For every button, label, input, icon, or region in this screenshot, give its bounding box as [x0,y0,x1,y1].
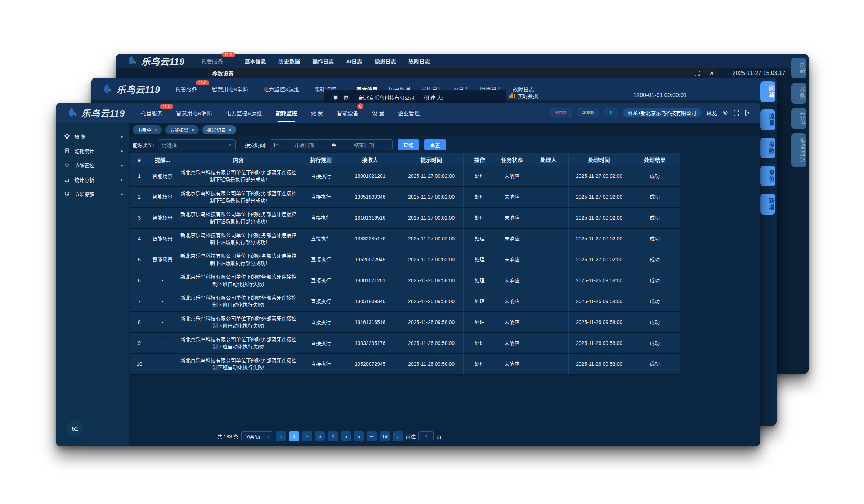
handle-link[interactable]: 处理 [464,208,496,228]
middle-nav-power-monitor[interactable]: 电力监控&运维 [263,85,299,93]
sidebar-item-energy-reminder[interactable]: 节能提醒▸ [56,187,129,201]
nav-settings[interactable]: 设 置 [372,103,384,123]
push-records-table: #提醒...内容执行规则接收人提示时间操作任务状态处理人处理时间处理结果 1智能… [130,153,680,375]
table-row: 7-新北京乐鸟科技有限公司单位下的财务部蓝牙连接控制下班自动化执行失败!直接执行… [130,291,680,312]
fullscreen-icon[interactable] [733,110,739,116]
tab-electric-bill[interactable]: 电费单× [133,125,162,134]
username: 林龙 [706,109,717,117]
back-tabs: 基本信息 历史数据 操作日志 AI日志 隐患日志 故障日志 [245,57,430,65]
nav-energy-monitor[interactable]: 能耗监控 [276,103,297,123]
middle-tab-faultlog[interactable]: 故障日志 [512,85,534,93]
tab-push-records[interactable]: 推送记录× [202,125,236,134]
table-row: 3智能场景新北京乐鸟科技有限公司单位下的财务部蓝牙连接控制下班场景执行部分成功!… [130,208,680,229]
close-icon[interactable]: × [192,127,194,132]
nav-power-monitor-ops[interactable]: 电力监控&运维 [226,103,262,123]
table-row: 5智能场景新北京乐鸟科技有限公司单位下的财务部蓝牙连接控制下班场景执行部分成功!… [130,249,680,270]
date-range-picker[interactable]: 开始日期 至 结束日期 [270,139,393,150]
chevron-right-icon: ▸ [121,134,123,139]
gear-icon[interactable] [722,110,728,116]
reset-button[interactable]: 重置 [424,139,446,150]
add-button[interactable]: 新增 [760,194,775,215]
back-nav-item-hosting[interactable]: 托管服务 11-0 [201,57,223,65]
unit-label: 单 位: [333,94,350,101]
reset-button[interactable]: 复位 [791,108,806,129]
back-tab-oplog[interactable]: 操作日志 [312,57,334,65]
refresh-button[interactable]: 刷新 [791,58,806,78]
close-icon[interactable]: ✕ [709,70,714,76]
handle-link[interactable]: 处理 [464,229,496,249]
handle-link[interactable]: 处理 [464,312,496,332]
calendar-icon [274,142,280,148]
sidebar-item-overview[interactable]: 概 览▸ [56,129,129,144]
company-selector[interactable]: 林龙>新北京乐鸟科技有限公司 [623,108,701,117]
warning-total-pill[interactable]: 4080 [577,108,599,117]
table-row: 6-新北京乐鸟科技有限公司单位下的财务部蓝牙连接控制下班自动化执行失败!直接执行… [130,270,680,291]
nav-payment[interactable]: 缴 费 [311,103,323,123]
refresh-button[interactable]: 刷新 [760,81,775,102]
nav-smart-devices[interactable]: 智能设备 6 [337,103,358,123]
alarm-count-badge: 11-0 [160,104,173,109]
chevron-down-icon: ∨ [267,434,270,439]
query-button[interactable]: 查询 [398,139,419,150]
end-date-placeholder: 结束日期 [340,141,389,148]
back-tab-ailog[interactable]: AI日志 [346,57,362,65]
main-content: 电费单× 节能报警× 推送记录× 能源类型: 请选择 ∨ 接受时间: 开始日期 … [129,123,760,446]
alarm-total-pill[interactable]: 5732 [550,108,572,117]
sidebar-item-stat-analysis[interactable]: 统计分析▸ [56,172,129,187]
logout-icon[interactable] [744,110,751,116]
back-tab-faultlog[interactable]: 故障日志 [408,57,430,65]
page-button-5[interactable]: 5 [341,431,351,441]
pagination: 共 188 条 10条/页 ∨ ‹ 1 2 3 4 5 6 ••• 19 › 前… [217,431,442,441]
prev-page-button[interactable]: ‹ [276,431,286,441]
page-size-select[interactable]: 10条/页 ∨ [241,431,273,441]
sidebar: 概 览▸ 能耗统计▸ 节能管控▸ 统计分析▸ 节能提醒▸ 52 [56,123,129,446]
front-window: 乐鸟云119 托管服务 11-0 智慧用电&消防 电力监控&运维 能耗监控 缴 … [56,103,760,446]
filter-bar: 能源类型: 请选择 ∨ 接受时间: 开始日期 至 结束日期 查询 重置 [129,136,760,153]
handle-link[interactable]: 处理 [464,291,496,311]
info-total-pill[interactable]: 1 [604,108,618,117]
back-tab-hazardlog[interactable]: 隐患日志 [375,57,396,65]
flow-button[interactable]: 流量 [760,109,775,130]
back-tab-history[interactable]: 历史数据 [278,57,300,65]
page-button-19[interactable]: 19 [380,431,390,441]
close-icon[interactable]: × [154,127,157,132]
realtime-data: 实时数据 [509,92,538,99]
page-button-6[interactable]: 6 [354,431,364,441]
handle-link[interactable]: 处理 [464,166,496,186]
params-button[interactable]: 参数 [791,83,806,104]
back-tab-basic[interactable]: 基本信息 [245,57,266,65]
alarm-count-badge: 11-0 [196,80,209,85]
params-button[interactable]: 参数 [760,138,775,158]
close-icon[interactable]: × [229,127,232,132]
tab-energy-alarm[interactable]: 节能报警× [165,125,199,134]
energy-type-select[interactable]: 请选择 ∨ [158,139,236,150]
handle-link[interactable]: 处理 [464,187,496,207]
sidebar-item-energy-stats[interactable]: 能耗统计▸ [56,144,129,158]
page-button-4[interactable]: 4 [328,431,338,441]
counter-bubble[interactable]: 52 [67,420,83,436]
handle-link[interactable]: 处理 [464,270,496,291]
handle-link[interactable]: 处理 [464,333,496,353]
handle-link[interactable]: 处理 [464,354,496,374]
middle-nav-electric-fire[interactable]: 智慧用电&消防 [212,85,248,93]
page-button-2[interactable]: 2 [302,431,312,441]
nav-smart-electric-fire[interactable]: 智慧用电&消防 [176,103,212,123]
brand-title: 乐鸟云119 [117,82,160,95]
nav-hosting-service[interactable]: 托管服务 11-0 [141,103,162,123]
fullscreen-icon[interactable] [694,70,700,76]
more-pages-button[interactable]: ••• [367,431,377,441]
alarm-filter-button[interactable]: 报警过滤 [791,133,806,167]
next-page-button[interactable]: › [393,431,403,441]
logo-bird-icon [125,55,138,67]
goto-page-input[interactable]: 1 [418,431,434,441]
middle-nav-hosting[interactable]: 托管服务 11-0 [175,85,197,93]
sidebar-item-energy-control[interactable]: 节能管控▸ [56,158,129,172]
logo-bird-icon [66,107,78,119]
brand-title: 乐鸟云119 [141,54,185,67]
nav-enterprise[interactable]: 企业管理 [398,103,420,123]
page-button-1[interactable]: 1 [289,431,299,441]
back-timestamp: 2025-11-27 15:03:17 [733,70,785,76]
page-button-3[interactable]: 3 [315,431,325,441]
reset-button[interactable]: 复位 [760,166,775,186]
handle-link[interactable]: 处理 [464,249,496,270]
